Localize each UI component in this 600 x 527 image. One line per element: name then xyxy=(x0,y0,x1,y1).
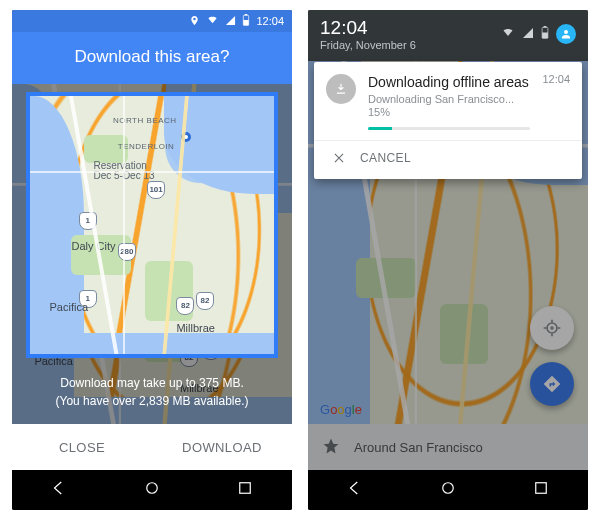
nav-back-icon[interactable] xyxy=(50,479,68,501)
profile-avatar[interactable] xyxy=(556,24,576,44)
svg-rect-8 xyxy=(544,26,547,27)
shade-date: Friday, November 6 xyxy=(320,40,416,51)
info-line-2: (You have over 2,839 MB available.) xyxy=(24,393,280,410)
progress-bar xyxy=(368,127,530,130)
shade-time: 12:04 xyxy=(320,18,416,39)
download-icon xyxy=(326,74,356,104)
info-line-1: Download may take up to 375 MB. xyxy=(24,375,280,392)
svg-rect-2 xyxy=(244,20,249,25)
phone-left: 12:04 Download this area? 1 280 82 82 10… xyxy=(12,10,292,510)
battery-icon xyxy=(541,25,549,43)
notification-shade-header[interactable]: 12:04 Friday, November 6 xyxy=(308,10,588,61)
nav-home-icon[interactable] xyxy=(439,479,457,501)
close-button[interactable]: CLOSE xyxy=(12,424,152,470)
notification-card[interactable]: Downloading offline areas Downloading Sa… xyxy=(314,62,582,179)
nav-recent-icon[interactable] xyxy=(532,479,550,501)
notification-title: Downloading offline areas xyxy=(368,74,530,91)
svg-point-10 xyxy=(443,483,454,494)
cancel-button[interactable]: CANCEL xyxy=(326,141,570,173)
phone-right: Google Around San Francisco 12:04 Friday… xyxy=(308,10,588,510)
notification-time: 12:04 xyxy=(542,74,570,85)
svg-rect-1 xyxy=(245,14,248,15)
cancel-label: CANCEL xyxy=(360,152,411,164)
dialog-title: Download this area? xyxy=(12,32,292,84)
nav-back-icon[interactable] xyxy=(346,479,364,501)
nav-home-icon[interactable] xyxy=(143,479,161,501)
signal-icon xyxy=(522,25,534,43)
signal-icon xyxy=(225,15,236,28)
battery-icon xyxy=(242,14,250,28)
nav-bar xyxy=(12,470,292,510)
download-button[interactable]: DOWNLOAD xyxy=(152,424,292,470)
svg-rect-11 xyxy=(536,483,547,494)
svg-rect-4 xyxy=(240,483,251,494)
svg-rect-9 xyxy=(542,33,548,39)
notification-subtitle: Downloading San Francisco... 15% xyxy=(368,93,530,119)
wifi-icon xyxy=(501,25,515,43)
svg-point-3 xyxy=(147,483,158,494)
dialog-actions: CLOSE DOWNLOAD xyxy=(12,424,292,470)
status-bar: 12:04 xyxy=(12,10,292,32)
status-time: 12:04 xyxy=(256,16,284,27)
download-info: Download may take up to 375 MB. (You hav… xyxy=(12,375,292,410)
nav-recent-icon[interactable] xyxy=(236,479,254,501)
location-icon xyxy=(189,15,200,28)
wifi-icon xyxy=(206,15,219,28)
nav-bar xyxy=(308,470,588,510)
selection-frame[interactable]: 1 280 82 82 101 1 NORTH BEACH TENDERLOIN… xyxy=(26,92,278,358)
